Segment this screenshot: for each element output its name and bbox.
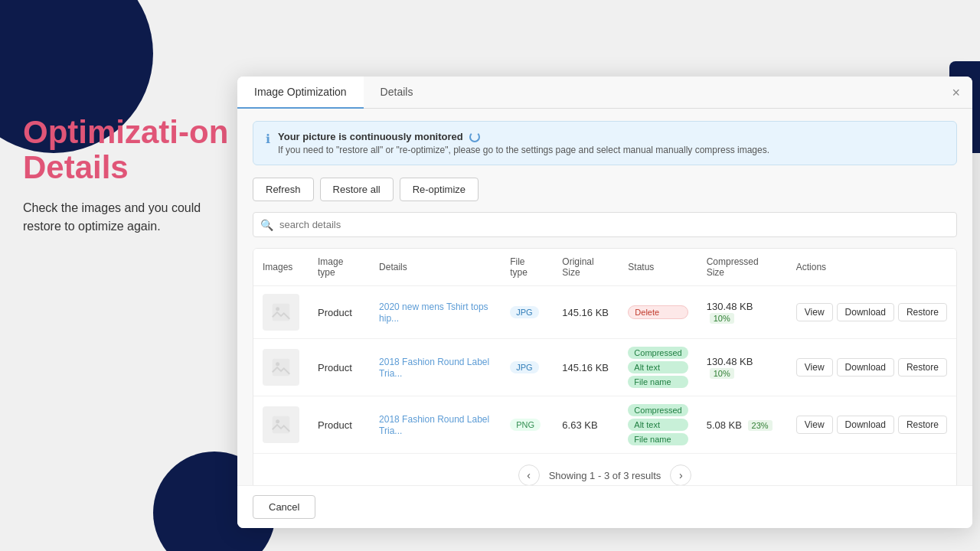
svg-rect-4 [273, 416, 290, 434]
search-wrap: 🔍 [253, 212, 957, 237]
status-badge: File name [628, 376, 688, 388]
next-page-button[interactable]: › [670, 465, 691, 485]
download-button[interactable]: Download [837, 416, 894, 434]
cell-details: 2020 new mens Tshirt tops hip... [370, 286, 501, 339]
cell-compressed-size: 130.48 KB 10% [697, 286, 787, 339]
cell-actions: ViewDownloadRestore [787, 286, 956, 339]
cell-image-type: Product [309, 396, 370, 454]
cell-original-size: 145.16 KB [553, 339, 619, 396]
info-subtitle: If you need to "restore all" or "re-opti… [278, 145, 769, 155]
cell-details: 2018 Fashion Round Label Tria... [370, 396, 501, 454]
percent-badge: 10% [710, 368, 734, 379]
table-row: Product2018 Fashion Round Label Tria...P… [253, 396, 956, 454]
file-link[interactable]: 2018 Fashion Round Label Tria... [379, 357, 489, 379]
table-header-row: Images Image type Details File type Orig… [253, 249, 956, 286]
cell-status: CompressedAlt textFile name [619, 396, 697, 454]
file-type-badge: JPG [510, 306, 538, 318]
pagination-row: ‹ Showing 1 - 3 of 3 results › [253, 453, 956, 485]
cancel-button[interactable]: Cancel [253, 495, 315, 519]
cell-thumbnail [253, 286, 309, 339]
restore-all-button[interactable]: Restore all [320, 178, 394, 201]
image-thumbnail [263, 349, 299, 386]
status-badge: Alt text [628, 361, 688, 373]
view-button[interactable]: View [796, 303, 833, 321]
search-input[interactable] [253, 212, 957, 237]
col-compressed-size: Compressed Size [697, 249, 787, 286]
cell-actions: ViewDownloadRestore [787, 339, 956, 396]
status-badge: File name [628, 433, 688, 445]
col-details: Details [370, 249, 501, 286]
left-content: Optimizati-on Details Check the images a… [23, 115, 237, 236]
reoptimize-button[interactable]: Re-optimize [400, 178, 479, 201]
restore-button[interactable]: Restore [898, 303, 947, 321]
info-icon: ℹ [266, 132, 270, 146]
cell-compressed-size: 5.08 KB 23% [697, 396, 787, 454]
percent-badge: 23% [748, 420, 773, 431]
file-link[interactable]: 2020 new mens Tshirt tops hip... [379, 302, 488, 324]
col-image-type: Image type [309, 249, 370, 286]
cell-file-type: PNG [501, 396, 553, 454]
cell-file-type: JPG [501, 339, 553, 396]
col-original-size: Original Size [553, 249, 619, 286]
cell-actions: ViewDownloadRestore [787, 396, 956, 454]
file-type-badge: PNG [510, 419, 541, 431]
col-status: Status [619, 249, 697, 286]
tab-details[interactable]: Details [364, 77, 430, 109]
svg-point-5 [276, 419, 279, 423]
status-badge: Compressed [628, 404, 688, 416]
col-file-type: File type [501, 249, 553, 286]
info-banner: ℹ Your picture is continuously monitored… [253, 121, 957, 165]
col-actions: Actions [787, 249, 956, 286]
svg-point-3 [276, 362, 279, 366]
page-title: Optimizati-on Details [23, 115, 237, 185]
info-title: Your picture is continuously monitored [278, 131, 769, 142]
download-button[interactable]: Download [837, 358, 894, 377]
modal: Image Optimization Details × ℹ Your pict… [237, 77, 972, 528]
cell-details: 2018 Fashion Round Label Tria... [370, 339, 501, 396]
prev-page-button[interactable]: ‹ [518, 465, 540, 485]
status-badge: Alt text [628, 419, 688, 431]
cell-compressed-size: 130.48 KB 10% [697, 339, 787, 396]
percent-badge: 10% [710, 313, 734, 324]
cell-original-size: 145.16 KB [553, 286, 619, 339]
images-table: Images Image type Details File type Orig… [253, 249, 956, 453]
modal-footer: Cancel [237, 485, 972, 528]
file-link[interactable]: 2018 Fashion Round Label Tria... [379, 414, 489, 436]
cell-original-size: 6.63 KB [553, 396, 619, 454]
restore-button[interactable]: Restore [898, 416, 947, 434]
action-row: Refresh Restore all Re-optimize [253, 178, 957, 201]
page-description: Check the images and you could restore t… [23, 199, 237, 236]
image-thumbnail [263, 294, 299, 331]
pagination-info: Showing 1 - 3 of 3 results [549, 470, 662, 481]
modal-body: ℹ Your picture is continuously monitored… [237, 109, 972, 485]
svg-point-1 [276, 307, 279, 311]
status-badge: Delete [628, 305, 688, 319]
info-content: Your picture is continuously monitored I… [278, 131, 769, 155]
cell-image-type: Product [309, 339, 370, 396]
restore-button[interactable]: Restore [898, 358, 947, 377]
view-button[interactable]: View [796, 358, 833, 377]
table-wrap: Images Image type Details File type Orig… [253, 248, 957, 485]
close-button[interactable]: × [939, 77, 972, 108]
file-type-badge: JPG [510, 361, 538, 373]
image-thumbnail [263, 406, 299, 443]
cell-thumbnail [253, 339, 309, 396]
col-images: Images [253, 249, 309, 286]
download-button[interactable]: Download [837, 303, 894, 321]
view-button[interactable]: View [796, 416, 833, 434]
cell-status: Delete [619, 286, 697, 339]
cell-status: CompressedAlt textFile name [619, 339, 697, 396]
cell-thumbnail [253, 396, 309, 454]
loading-spinner [469, 132, 480, 142]
table-row: Product2020 new mens Tshirt tops hip...J… [253, 286, 956, 339]
cell-file-type: JPG [501, 286, 553, 339]
modal-tabs: Image Optimization Details × [237, 77, 972, 109]
status-badge: Compressed [628, 347, 688, 359]
svg-rect-2 [273, 359, 290, 377]
search-icon: 🔍 [260, 219, 273, 231]
svg-rect-0 [273, 304, 290, 321]
cell-image-type: Product [309, 286, 370, 339]
table-row: Product2018 Fashion Round Label Tria...J… [253, 339, 956, 396]
tab-image-optimization[interactable]: Image Optimization [237, 77, 364, 109]
refresh-button[interactable]: Refresh [253, 178, 314, 201]
